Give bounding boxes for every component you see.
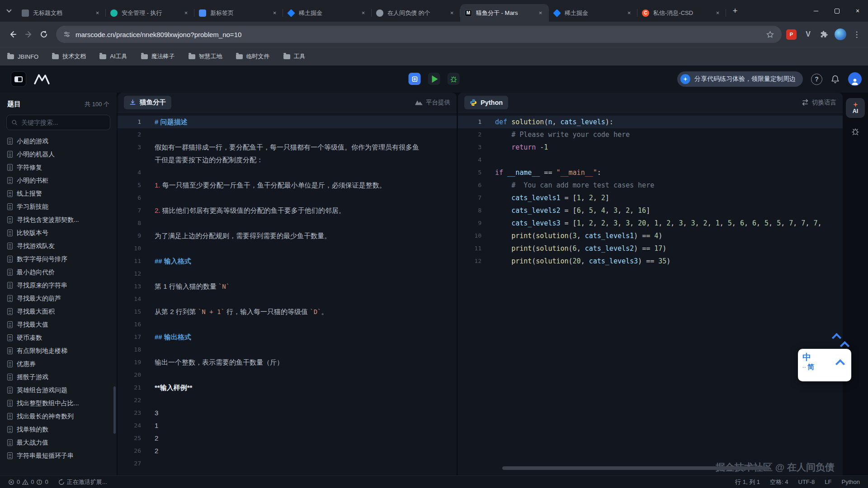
problem-list-item[interactable]: 字符修复 [0, 161, 117, 174]
editor-line[interactable]: 51. 每一只猫至少要分配一斤鱼干，鱼干分配最小单位是斤，必须保证是整数。 [118, 179, 457, 192]
user-avatar[interactable] [848, 72, 862, 86]
problem-list-item[interactable]: 找单独的数 [0, 423, 117, 436]
problem-list-item[interactable]: 数字字母问号排序 [0, 253, 117, 266]
editor-line[interactable]: 干但是需要按下边的分配制度分配： [118, 154, 457, 166]
marscode-logo[interactable] [33, 73, 52, 87]
pdf-extension-icon[interactable]: P [786, 29, 797, 40]
editor-line[interactable]: 22 [118, 394, 457, 407]
editor-line[interactable]: 9为了满足上边的分配规则，需要得到需要的最少鱼干数量。 [118, 230, 457, 242]
tab-close-button[interactable]: × [625, 9, 633, 17]
problem-list-item[interactable]: 学习新技能 [0, 200, 117, 213]
code-editor[interactable]: 1def solution(n, cats_levels):2 # Please… [458, 113, 843, 475]
browser-tab[interactable]: M猫鱼分干 - Mars× [460, 4, 549, 22]
tab-close-button[interactable]: × [182, 9, 190, 17]
editor-line[interactable]: 18 [118, 343, 457, 356]
activating-extensions[interactable]: 正在激活扩展... [58, 478, 107, 486]
new-tab-button[interactable]: + [729, 5, 741, 17]
language-mode[interactable]: Python [842, 479, 860, 485]
editor-line[interactable]: 3假如有一群猫排成一行，要分配鱼干，每一只猫都有一个等级值。你作为管理员有很多鱼 [118, 141, 457, 154]
browser-tab[interactable]: 安全管理 - 执行× [106, 4, 194, 22]
browser-tab[interactable]: C私信-消息-CSD× [637, 4, 726, 22]
editor-line[interactable]: 15从第 2 行到第 `N + 1` 行，输入每一只猫的等级值 `D`。 [118, 305, 457, 318]
v-extension-icon[interactable]: V [803, 29, 813, 40]
editor-line[interactable]: 20 [118, 369, 457, 381]
editor-line[interactable]: 10 [118, 242, 457, 255]
browser-tab[interactable]: 在人间负债 的个× [372, 4, 460, 22]
eol-indicator[interactable]: LF [825, 479, 831, 485]
sidebar-toggle-button[interactable] [11, 71, 26, 87]
editor-line[interactable]: 21**输入样例** [118, 381, 457, 394]
window-close-button[interactable]: × [847, 0, 868, 22]
editor-line[interactable]: 2 # Please write your code here [458, 128, 843, 141]
editor-line[interactable]: 6 [118, 192, 457, 204]
tab-close-button[interactable]: × [359, 9, 367, 17]
add-run-config-button[interactable] [409, 73, 421, 85]
editor-line[interactable]: 252 [118, 432, 457, 445]
promo-banner[interactable]: 分享代码练习体验，领限量定制周边 [677, 71, 803, 87]
tab-close-button[interactable]: × [271, 9, 278, 17]
problem-list-item[interactable]: 寻找最大面积 [0, 305, 117, 318]
problem-list-item[interactable]: 寻找最大的葫芦 [0, 292, 117, 305]
switch-language-button[interactable]: 切换语言 [802, 99, 836, 107]
editor-line[interactable]: 8 [118, 217, 457, 230]
language-chip[interactable]: Python [464, 96, 508, 109]
problems-indicator[interactable]: 0 0 0 [8, 479, 48, 485]
editor-line[interactable]: 3 return -1 [458, 141, 843, 154]
editor-line[interactable]: 12 [118, 267, 457, 280]
problem-list-item[interactable]: 小明的机器人 [0, 148, 117, 161]
problem-list-item[interactable]: 找出整型数组中占比... [0, 397, 117, 410]
editor-line[interactable]: 6 # You can add more test cases here [458, 179, 843, 192]
tab-close-button[interactable]: × [94, 9, 101, 17]
search-box[interactable] [6, 115, 110, 130]
editor-line[interactable]: 19输出一个整数，表示需要的鱼干数量（斤） [118, 356, 457, 369]
tab-close-button[interactable]: × [714, 9, 722, 17]
editor-line[interactable]: 233 [118, 407, 457, 419]
editor-line[interactable]: 1# 问题描述 [118, 116, 457, 128]
debug-button[interactable] [448, 73, 460, 85]
bookmark-item[interactable]: 魔法棒子 [141, 52, 175, 61]
problem-list-item[interactable]: 小超的游戏 [0, 135, 117, 148]
editor-line[interactable]: 7 cats_levels1 = [1, 2, 2] [458, 192, 843, 204]
bookmark-item[interactable]: 技术文档 [52, 52, 86, 61]
editor-line[interactable]: 4 [458, 154, 843, 166]
editor-line[interactable]: 10 print(solution(3, cats_levels1) == 4) [458, 230, 843, 242]
bookmark-item[interactable]: JBINFO [7, 53, 38, 60]
editor-line[interactable]: 12 print(solution(20, cats_levels3) == 3… [458, 255, 843, 267]
problem-list-item[interactable]: 寻找包含斐波那契数... [0, 213, 117, 226]
problem-editor[interactable]: 1# 问题描述23假如有一群猫排成一行，要分配鱼干，每一只猫都有一个等级值。你作… [118, 113, 457, 475]
problem-list-item[interactable]: 英雄组合游戏问题 [0, 384, 117, 397]
indentation[interactable]: 空格: 4 [770, 478, 788, 486]
editor-line[interactable]: 241 [118, 419, 457, 432]
bookmark-item[interactable]: 智慧工地 [189, 52, 222, 61]
editor-line[interactable]: 27 [118, 457, 457, 470]
extensions-puzzle-icon[interactable] [820, 30, 828, 39]
editor-line[interactable]: 9 cats_levels3 = [1, 2, 2, 3, 3, 20, 1, … [458, 217, 843, 230]
problem-list-item[interactable]: 找出最长的神奇数列 [0, 410, 117, 423]
bug-feedback-icon[interactable] [851, 127, 860, 136]
problem-list-item[interactable]: 寻找游戏队友 [0, 239, 117, 253]
translate-widget[interactable]: 中 ··简 [798, 334, 866, 384]
problem-list-item[interactable]: 字符串最短循环子串 [0, 449, 117, 462]
browser-tab[interactable]: 无标题文档× [17, 4, 106, 22]
help-button[interactable]: ? [811, 74, 822, 85]
bell-icon[interactable] [830, 75, 840, 84]
problem-list-item[interactable]: 比较版本号 [0, 226, 117, 239]
ai-assistant-button[interactable]: AI [846, 98, 865, 118]
search-input[interactable] [21, 119, 105, 126]
problem-list-item[interactable]: 优惠券 [0, 357, 117, 371]
bookmark-item[interactable]: 工具 [283, 52, 306, 61]
editor-line[interactable]: 1def solution(n, cats_levels): [458, 116, 843, 128]
editor-line[interactable]: 8 cats_levels2 = [6, 5, 4, 3, 2, 16] [458, 204, 843, 217]
editor-line[interactable]: 2 [118, 128, 457, 141]
sidebar-scrollbar[interactable] [113, 386, 116, 434]
menu-icon[interactable]: ⋮ [853, 30, 861, 39]
profile-avatar[interactable] [835, 28, 846, 40]
run-button[interactable] [428, 73, 440, 85]
tab-close-button[interactable]: × [448, 9, 456, 17]
problem-list-item[interactable]: 最大战力值 [0, 436, 117, 449]
problem-list-item[interactable]: 线上报警 [0, 187, 117, 200]
url-text[interactable]: marscode.cn/practice/nnek809lxwjono?prob… [75, 31, 761, 38]
problem-list-item[interactable]: 寻找原来的字符串 [0, 279, 117, 292]
editor-line[interactable]: 4 [118, 166, 457, 179]
window-maximize-button[interactable] [826, 0, 847, 22]
